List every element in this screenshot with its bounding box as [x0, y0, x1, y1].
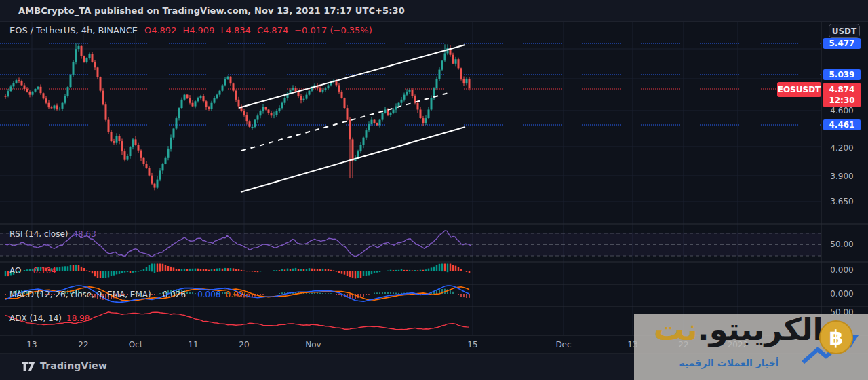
tradingview-logo-icon — [22, 361, 35, 371]
price-axis-label: 4.200 — [823, 142, 861, 153]
ao-label: AO — [9, 266, 21, 276]
tradingview-logo[interactable]: TradingView — [22, 360, 107, 371]
time-axis-label: Nov — [305, 340, 321, 349]
symbol-info-row: EOS / TetherUS, 4h, BINANCEO4.892H4.909L… — [9, 25, 378, 35]
ohlc-value: L4.834 — [220, 25, 250, 35]
macd-hist-value: −0.026 — [156, 290, 186, 299]
symbol-price-tag: EOSUSDT — [777, 82, 821, 97]
ohlc-value: −0.017 (−0.35%) — [294, 25, 372, 35]
watermark-coin-arrow-art: ฿ — [800, 314, 868, 380]
ohlc-value: H4.909 — [182, 25, 214, 35]
ohlc-value: C4.874 — [257, 25, 288, 35]
countdown-timer: 12:30 — [829, 95, 854, 106]
symbol-title[interactable]: EOS / TetherUS, 4h, BINANCE — [9, 25, 138, 35]
price-axis-label: 5.039 — [823, 69, 861, 80]
adx-label-row[interactable]: ADX (14, 14)18.98 — [9, 314, 94, 323]
time-axis-label: 13 — [26, 340, 37, 349]
tradingview-published-chart: AMBCrypto_TA published on TradingView.co… — [0, 0, 868, 380]
price-axis-label: 50.00 — [823, 239, 861, 250]
macd-signal-value: 0.020 — [226, 290, 249, 299]
price-axis-label: 0.000 — [823, 265, 861, 276]
price-axis-label: 5.477 — [823, 38, 861, 49]
time-axis-label: 22 — [78, 340, 88, 349]
price-axis-label: 3.900 — [823, 171, 861, 182]
macd-line-value: −0.006 — [191, 290, 220, 299]
time-axis-label: Dec — [555, 340, 571, 349]
time-axis-label: 11 — [188, 340, 198, 349]
price-axis-label: 3.650 — [823, 196, 861, 207]
price-axis-label: 0.000 — [823, 288, 861, 299]
tradingview-logo-text: TradingView — [40, 360, 107, 371]
time-axis-label: Oct — [129, 340, 143, 349]
ao-label-row[interactable]: AO−0.104 — [9, 266, 61, 276]
adx-value: 18.98 — [66, 314, 90, 323]
ohlc-value: O4.892 — [144, 25, 176, 35]
currency-unit-button[interactable]: USDT — [829, 24, 860, 38]
ao-value: −0.104 — [26, 266, 56, 276]
bitcoin-symbol: ฿ — [829, 326, 844, 349]
rsi-value: 48.63 — [73, 229, 96, 239]
watermark-title-gold: نت — [654, 314, 698, 347]
price-axis-label: 4.87412:30 — [823, 83, 861, 107]
macd-label: MACD (12, 26, close, 9, EMA, EMA) — [9, 290, 151, 299]
macd-label-row[interactable]: MACD (12, 26, close, 9, EMA, EMA)−0.026−… — [9, 290, 254, 299]
rsi-label-row[interactable]: RSI (14, close)48.63 — [9, 229, 101, 239]
price-axis-label: 4.461 — [823, 119, 861, 130]
adx-label: ADX (14, 14) — [9, 314, 62, 323]
watermark-title: الكريبتو.نت — [654, 314, 823, 347]
time-axis-label: 20 — [239, 340, 249, 349]
price-axis-label: 4.600 — [823, 105, 861, 116]
rsi-label: RSI (14, close) — [9, 229, 68, 239]
watermark-subtitle: أخبار العملات الرقمية — [637, 358, 821, 368]
time-axis-label: 15 — [467, 340, 477, 349]
watermark-overlay: الكريبتو.نت أخبار العملات الرقمية ฿ — [634, 314, 868, 380]
